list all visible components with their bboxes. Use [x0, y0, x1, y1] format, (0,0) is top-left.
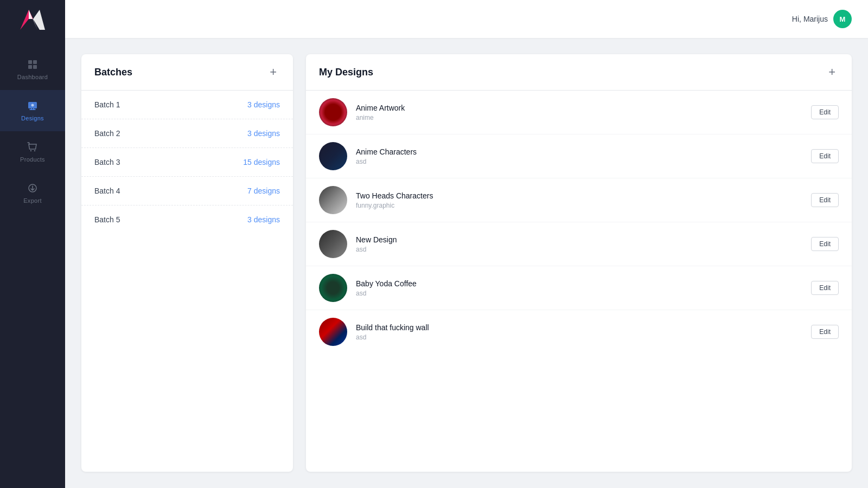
design-item[interactable]: Anime Characters asd Edit	[306, 134, 852, 178]
sidebar-item-designs[interactable]: Designs	[0, 90, 65, 131]
design-thumbnail	[319, 142, 347, 170]
design-edit-button[interactable]: Edit	[811, 193, 839, 207]
dashboard-icon	[27, 59, 39, 70]
batches-add-button[interactable]: +	[266, 65, 280, 79]
designs-title: My Designs	[319, 67, 373, 78]
svg-rect-3	[28, 60, 32, 64]
svg-rect-5	[28, 65, 32, 69]
svg-point-10	[34, 150, 35, 151]
batch-count: 7 designs	[247, 187, 280, 195]
main-area: Hi, Marijus M Batches + Batch 1 3 design…	[65, 0, 868, 488]
design-info: Baby Yoda Coffee asd	[356, 279, 802, 297]
batch-count: 3 designs	[247, 129, 280, 138]
app-logo	[19, 7, 46, 31]
batches-header: Batches +	[81, 54, 293, 91]
design-name: Build that fucking wall	[356, 323, 802, 332]
designs-header: My Designs +	[306, 54, 852, 91]
design-name: Baby Yoda Coffee	[356, 279, 802, 288]
sidebar: Dashboard Designs	[0, 0, 65, 488]
sidebar-item-products-label: Products	[20, 156, 45, 163]
svg-rect-4	[33, 60, 37, 64]
batch-count: 15 designs	[243, 158, 280, 166]
design-item[interactable]: Anime Artwork anime Edit	[306, 91, 852, 134]
svg-point-9	[30, 150, 31, 151]
design-edit-button[interactable]: Edit	[811, 281, 839, 295]
batch-name: Batch 5	[94, 215, 120, 224]
batch-list: Batch 1 3 designs Batch 2 3 designs Batc…	[81, 91, 293, 234]
design-thumbnail	[319, 318, 347, 346]
design-list: Anime Artwork anime Edit Anime Character…	[306, 91, 852, 354]
sidebar-item-designs-label: Designs	[21, 115, 44, 121]
sidebar-logo	[0, 0, 65, 38]
batch-item[interactable]: Batch 4 7 designs	[81, 177, 293, 206]
design-tag: asd	[356, 333, 802, 341]
export-icon	[27, 182, 39, 194]
design-edit-button[interactable]: Edit	[811, 149, 839, 163]
design-tag: asd	[356, 246, 802, 253]
sidebar-nav: Dashboard Designs	[0, 49, 65, 214]
header-user[interactable]: Hi, Marijus M	[792, 10, 852, 28]
design-name: Anime Artwork	[356, 104, 802, 112]
products-icon	[27, 141, 39, 153]
batch-name: Batch 1	[94, 100, 120, 109]
svg-marker-2	[33, 10, 45, 30]
header: Hi, Marijus M	[65, 0, 868, 38]
batch-count: 3 designs	[247, 100, 280, 109]
svg-rect-6	[33, 65, 37, 69]
design-tag: asd	[356, 290, 802, 297]
batch-name: Batch 4	[94, 187, 120, 195]
design-thumbnail	[319, 186, 347, 214]
svg-marker-0	[20, 10, 33, 30]
design-item[interactable]: Baby Yoda Coffee asd Edit	[306, 266, 852, 310]
design-edit-button[interactable]: Edit	[811, 237, 839, 251]
design-info: Build that fucking wall asd	[356, 323, 802, 341]
sidebar-item-products[interactable]: Products	[0, 131, 65, 172]
design-tag: funny.graphic	[356, 202, 802, 209]
design-name: Anime Characters	[356, 147, 802, 156]
design-edit-button[interactable]: Edit	[811, 105, 839, 119]
design-tag: asd	[356, 158, 802, 165]
batches-card: Batches + Batch 1 3 designs Batch 2 3 de…	[81, 54, 293, 472]
avatar: M	[833, 10, 852, 28]
design-info: Anime Characters asd	[356, 147, 802, 165]
batch-name: Batch 3	[94, 158, 120, 166]
svg-point-8	[31, 104, 34, 107]
batch-item[interactable]: Batch 3 15 designs	[81, 148, 293, 177]
design-info: Anime Artwork anime	[356, 104, 802, 121]
batch-count: 3 designs	[247, 215, 280, 224]
design-item[interactable]: New Design asd Edit	[306, 222, 852, 266]
design-tag: anime	[356, 114, 802, 121]
designs-card: My Designs + Anime Artwork anime Edit An…	[306, 54, 852, 472]
design-item[interactable]: Two Heads Characters funny.graphic Edit	[306, 178, 852, 222]
batch-name: Batch 2	[94, 129, 120, 138]
sidebar-item-export-label: Export	[23, 197, 42, 204]
batch-item[interactable]: Batch 1 3 designs	[81, 91, 293, 119]
design-name: Two Heads Characters	[356, 191, 802, 200]
content-area: Batches + Batch 1 3 designs Batch 2 3 de…	[65, 38, 868, 488]
batch-item[interactable]: Batch 2 3 designs	[81, 119, 293, 148]
designs-icon	[27, 100, 39, 112]
design-item[interactable]: Build that fucking wall asd Edit	[306, 310, 852, 354]
sidebar-item-dashboard-label: Dashboard	[17, 74, 48, 80]
design-info: Two Heads Characters funny.graphic	[356, 191, 802, 209]
design-name: New Design	[356, 235, 802, 244]
batch-item[interactable]: Batch 5 3 designs	[81, 206, 293, 234]
batches-title: Batches	[94, 67, 132, 78]
sidebar-item-export[interactable]: Export	[0, 172, 65, 214]
header-greeting: Hi, Marijus	[792, 15, 828, 23]
design-edit-button[interactable]: Edit	[811, 325, 839, 339]
design-info: New Design asd	[356, 235, 802, 253]
design-thumbnail	[319, 98, 347, 126]
design-thumbnail	[319, 274, 347, 302]
design-thumbnail	[319, 230, 347, 258]
designs-add-button[interactable]: +	[825, 65, 839, 79]
sidebar-item-dashboard[interactable]: Dashboard	[0, 49, 65, 90]
